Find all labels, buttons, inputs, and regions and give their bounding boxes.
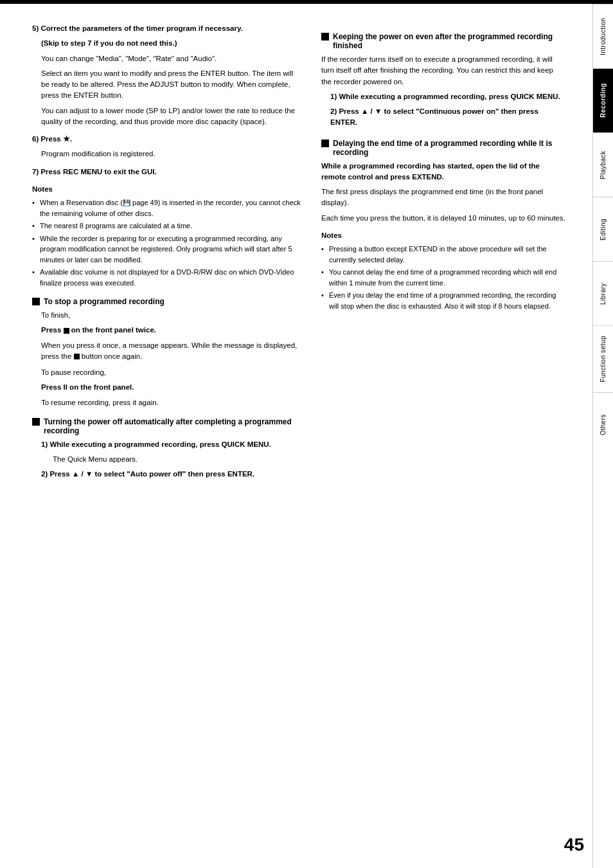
page-container: 5) Correct the parameters of the timer p…	[0, 4, 613, 868]
step6-heading: 6) Press ★.	[32, 134, 302, 145]
sidebar-tab-recording-label: Recording	[600, 84, 607, 118]
delay-notes-title: Notes	[321, 230, 565, 241]
stop-bold1: Press on the front panel twice.	[41, 325, 302, 336]
delay-para2: Each time you press the button, it is de…	[321, 213, 565, 224]
keep-power-title: Keeping the power on even after the prog…	[321, 32, 565, 50]
left-note-1: When a Reservation disc (💾 page 49) is i…	[32, 197, 302, 219]
sidebar-tab-recording[interactable]: Recording	[593, 68, 613, 132]
auto-off-step1: 1) While executing a programmed recordin…	[41, 439, 302, 466]
delay-square	[321, 140, 329, 147]
keep-power-step2: 2) Press ▲ / ▼ to select "Continuous pow…	[330, 106, 565, 129]
keep-power-step1-heading: 1) While executing a programmed recordin…	[330, 91, 565, 102]
stop-icon2	[74, 354, 80, 359]
delay-notes-list: Pressing a button except EXTEND in the a…	[321, 244, 565, 311]
left-notes-list: When a Reservation disc (💾 page 49) is i…	[32, 197, 302, 288]
sidebar-tab-editing[interactable]: Editing	[593, 197, 613, 261]
stop-para4: To resume recording, press it again.	[41, 397, 302, 408]
delay-note-3: Even if you delay the end time of a prog…	[321, 290, 565, 311]
keep-power-para1: If the recorder turns itself on to execu…	[321, 54, 565, 87]
auto-off-title: Turning the power off automatically afte…	[32, 417, 302, 435]
keep-power-square	[321, 33, 329, 41]
stop-icon1	[64, 328, 69, 334]
step-5: 5) Correct the parameters of the timer p…	[32, 23, 302, 127]
step5-para1: You can change "Media", "Mode", "Rate" a…	[41, 53, 302, 64]
sidebar-tab-library-label: Library	[600, 282, 607, 304]
step5-para3: You can adjust to a lower mode (SP to LP…	[41, 105, 302, 128]
left-note-3: While the recorder is preparing for or e…	[32, 233, 302, 266]
main-content: 5) Correct the parameters of the timer p…	[0, 4, 592, 868]
auto-off-step1-desc: The Quick Menu appears.	[53, 454, 302, 465]
auto-off-step1-num: 1)	[41, 440, 48, 448]
sidebar-tab-function-setup[interactable]: Function setup	[593, 325, 613, 392]
auto-off-step2-heading: 2) Press ▲ / ▼ to select "Auto power off…	[41, 469, 302, 480]
step5-para2: Select an item you want to modify and pr…	[41, 68, 302, 102]
sidebar-tab-introduction[interactable]: Introduction	[593, 4, 613, 68]
auto-off-label: Turning the power off automatically afte…	[44, 417, 302, 435]
sidebar-tab-playback[interactable]: Playback	[593, 132, 613, 197]
sidebar-tab-editing-label: Editing	[600, 218, 607, 240]
stop-para1: To finish,	[41, 310, 302, 321]
sidebar-tab-function-setup-label: Function setup	[600, 336, 607, 383]
left-column: 5) Correct the parameters of the timer p…	[32, 23, 302, 849]
keep-power-label: Keeping the power on even after the prog…	[333, 32, 565, 50]
step7-heading: 7) Press REC MENU to exit the GUI.	[32, 167, 302, 177]
auto-off-square	[32, 418, 40, 426]
stop-section-label: To stop a programmed recording	[44, 297, 164, 306]
sidebar-tab-playback-label: Playback	[600, 150, 607, 179]
left-note-4: Available disc volume is not displayed f…	[32, 267, 302, 288]
step-6: 6) Press ★. Program modification is regi…	[32, 134, 302, 160]
sidebar-tab-introduction-label: Introduction	[600, 17, 607, 55]
stop-para2: When you press it once, a message appear…	[41, 340, 302, 363]
sidebar-tab-others[interactable]: Others	[593, 392, 613, 457]
keep-power-step2-heading: 2) Press ▲ / ▼ to select "Continuous pow…	[330, 106, 565, 129]
auto-off-step1-text: While executing a programmed recording, …	[49, 440, 271, 448]
auto-off-section: Turning the power off automatically afte…	[32, 417, 302, 480]
stop-section: To stop a programmed recording To finish…	[32, 297, 302, 408]
step6-text: Program modification is registered.	[41, 149, 302, 159]
page-number: 45	[564, 835, 584, 855]
stop-section-title: To stop a programmed recording	[32, 297, 302, 306]
step5-skip: (Skip to step 7 if you do not need this.…	[41, 38, 302, 49]
sidebar-tab-library[interactable]: Library	[593, 261, 613, 325]
delay-note-1: Pressing a button except EXTEND in the a…	[321, 244, 565, 265]
sidebar: Introduction Recording Playback Editing …	[592, 4, 613, 868]
step-7: 7) Press REC MENU to exit the GUI.	[32, 167, 302, 177]
step5-heading: 5) Correct the parameters of the timer p…	[32, 23, 302, 34]
keep-power-section: Keeping the power on even after the prog…	[321, 32, 565, 129]
sidebar-tab-others-label: Others	[600, 414, 607, 435]
delay-section: Delaying the end time of a programmed re…	[321, 139, 565, 312]
delay-title: Delaying the end time of a programmed re…	[321, 139, 565, 157]
delay-label: Delaying the end time of a programmed re…	[333, 139, 565, 157]
left-note-2: The nearest 8 programs are calculated at…	[32, 221, 302, 231]
right-column: Keeping the power on even after the prog…	[315, 23, 565, 849]
disc-icon: 💾	[123, 199, 130, 206]
keep-power-step1: 1) While executing a programmed recordin…	[330, 91, 565, 102]
stop-bold2: Press II on the front panel.	[41, 382, 302, 393]
delay-para1: The first press displays the programmed …	[321, 186, 565, 209]
left-notes: Notes When a Reservation disc (💾 page 49…	[32, 184, 302, 288]
auto-off-step1-heading: 1) While executing a programmed recordin…	[41, 439, 302, 450]
delay-note-2: You cannot delay the end time of a progr…	[321, 267, 565, 288]
auto-off-step2: 2) Press ▲ / ▼ to select "Auto power off…	[41, 469, 302, 480]
delay-bold-para: While a programmed recording has started…	[321, 161, 565, 183]
left-notes-title: Notes	[32, 184, 302, 195]
delay-notes: Notes Pressing a button except EXTEND in…	[321, 230, 565, 311]
stop-section-square	[32, 298, 40, 305]
stop-para3: To pause recording,	[41, 367, 302, 378]
